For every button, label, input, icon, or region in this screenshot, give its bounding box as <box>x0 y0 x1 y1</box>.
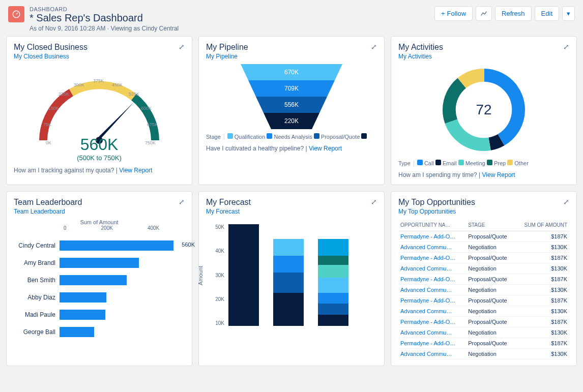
legend-swatch <box>227 133 233 139</box>
amount-cell: $130K <box>515 306 569 317</box>
opp-name-cell[interactable]: Permadyne - Add-O… <box>398 295 466 306</box>
card-subtitle[interactable]: My Forecast <box>206 208 251 215</box>
funnel-segment: 709K <box>248 80 335 97</box>
legend-item: Proposal/Quote <box>321 134 360 140</box>
opp-name-cell[interactable]: Advanced Commu… <box>398 242 466 253</box>
refresh-button[interactable]: Refresh <box>495 6 532 21</box>
table-row[interactable]: Permadyne - Add-O…Proposal/Quote$187K <box>398 295 569 306</box>
opp-name-cell[interactable]: Advanced Commu… <box>398 306 466 317</box>
table-row[interactable]: Advanced Commu…Negotiation$130K <box>398 263 569 274</box>
axis-tick: 50K <box>206 224 224 230</box>
table-row[interactable]: Advanced Commu…Negotiation$130K <box>398 327 569 338</box>
edit-button[interactable]: Edit <box>535 6 559 21</box>
card-question: How am I tracking against my quota? <box>14 167 114 174</box>
stage-cell: Proposal/Quote <box>466 231 515 242</box>
table-header[interactable]: STAGE <box>466 219 515 231</box>
view-report-link[interactable]: View Report <box>482 171 515 178</box>
svg-text:150K: 150K <box>48 106 59 111</box>
svg-text:525K: 525K <box>129 92 139 97</box>
follow-button[interactable]: +Follow <box>434 6 473 21</box>
expand-icon[interactable]: ⤢ <box>563 198 569 206</box>
table-row[interactable]: Permadyne - Add-O…Proposal/Quote$187K <box>398 253 569 263</box>
amount-cell: $130K <box>515 327 569 338</box>
hbar-row: Cindy Central560K <box>14 239 185 252</box>
stage-cell: Proposal/Quote <box>466 253 515 263</box>
table-header[interactable]: SUM OF AMOUNT <box>515 219 569 231</box>
expand-icon[interactable]: ⤢ <box>179 43 185 51</box>
card-question: Have I cultivated a healthy pipeline? <box>206 145 304 152</box>
stacked-bar-chart: Amount 50K40K30K20K10K <box>206 219 377 326</box>
card-subtitle[interactable]: My Pipeline <box>206 53 248 60</box>
amount-cell: $130K <box>515 285 569 295</box>
opp-name-cell[interactable]: Advanced Commu… <box>398 285 466 295</box>
hbar-bar <box>60 310 105 320</box>
hbar-label: Cindy Central <box>14 242 60 249</box>
more-menu-button[interactable]: ▾ <box>562 6 575 21</box>
card-subtitle[interactable]: My Top Opportunities <box>398 208 475 215</box>
card-subtitle[interactable]: Team Leaderboard <box>14 208 82 215</box>
opp-name-cell[interactable]: Permadyne - Add-O… <box>398 231 466 242</box>
legend-swatch <box>435 160 441 165</box>
legend-swatch <box>361 133 367 139</box>
svg-text:750K: 750K <box>145 140 156 145</box>
axis-tick: 30K <box>206 273 224 278</box>
expand-icon[interactable]: ⤢ <box>371 43 377 51</box>
svg-text:300K: 300K <box>74 82 84 87</box>
card-title: My Forecast <box>206 198 251 207</box>
opp-name-cell[interactable]: Advanced Commu… <box>398 263 466 274</box>
stage-cell: Proposal/Quote <box>466 317 515 327</box>
expand-icon[interactable]: ⤢ <box>179 198 185 206</box>
card-title: My Pipeline <box>206 43 248 52</box>
legend-item: Other <box>514 160 529 166</box>
funnel-segment: 670K <box>241 64 342 80</box>
table-row[interactable]: Advanced Commu…Negotiation$130K <box>398 349 569 359</box>
hbar-label: George Ball <box>14 328 60 336</box>
table-row[interactable]: Permadyne - Add-O…Proposal/Quote$187K <box>398 231 569 242</box>
legend-item: Needs Analysis <box>274 134 312 140</box>
expand-icon[interactable]: ⤢ <box>371 198 377 206</box>
opp-name-cell[interactable]: Permadyne - Add-O… <box>398 274 466 285</box>
table-row[interactable]: Advanced Commu…Negotiation$130K <box>398 285 569 295</box>
legend-swatch <box>458 160 464 165</box>
legend-swatch <box>417 160 423 165</box>
table-row[interactable]: Advanced Commu…Negotiation$130K <box>398 242 569 253</box>
opp-name-cell[interactable]: Permadyne - Add-O… <box>398 253 466 263</box>
stack-segment <box>318 265 348 278</box>
card-title: Team Leaderboard <box>14 198 82 207</box>
expand-icon[interactable]: ⤢ <box>563 43 569 51</box>
table-header[interactable]: OPPORTUNITY NA… <box>398 219 466 231</box>
table-row[interactable]: Permadyne - Add-O…Proposal/Quote$187K <box>398 317 569 327</box>
legend-label: Stage <box>206 134 221 140</box>
donut-center-value: 72 <box>476 102 491 118</box>
axis-tick: 200K <box>101 225 113 231</box>
hbar-row: Ben Smith <box>14 274 185 287</box>
opp-name-cell[interactable]: Advanced Commu… <box>398 327 466 338</box>
card-title: My Top Opportunities <box>398 198 475 207</box>
opp-name-cell[interactable]: Permadyne - Add-O… <box>398 317 466 327</box>
gauge-value: 560K <box>80 135 119 154</box>
card-subtitle[interactable]: My Closed Business <box>14 53 88 60</box>
legend-swatch <box>267 133 272 139</box>
legend-item: Meeting <box>465 160 485 166</box>
stack-segment <box>228 224 259 326</box>
stage-cell: Negotiation <box>466 285 515 295</box>
view-report-link[interactable]: View Report <box>309 145 342 152</box>
amount-cell: $187K <box>515 231 569 242</box>
bar-value: 560K <box>182 242 195 248</box>
table-row[interactable]: Advanced Commu…Negotiation$130K <box>398 306 569 317</box>
amount-cell: $130K <box>515 263 569 274</box>
stage-cell: Proposal/Quote <box>466 274 515 285</box>
opp-name-cell[interactable]: Advanced Commu… <box>398 349 466 359</box>
card-subtitle[interactable]: My Activities <box>398 53 443 60</box>
hbar-label: Ben Smith <box>14 277 60 284</box>
axis-tick: 20K <box>206 296 224 302</box>
hbar-row: George Ball <box>14 325 185 339</box>
legend-label: Type <box>398 160 411 166</box>
gauge-range: (500K to 750K) <box>77 154 121 162</box>
table-row[interactable]: Permadyne - Add-O…Proposal/Quote$187K <box>398 274 569 285</box>
table-row[interactable]: Permadyne - Add-O…Proposal/Quote$187K <box>398 338 569 349</box>
view-report-link[interactable]: View Report <box>119 167 152 174</box>
opp-name-cell[interactable]: Permadyne - Add-O… <box>398 338 466 349</box>
chart-options-button[interactable] <box>476 6 492 21</box>
dashboard-icon <box>8 6 24 22</box>
